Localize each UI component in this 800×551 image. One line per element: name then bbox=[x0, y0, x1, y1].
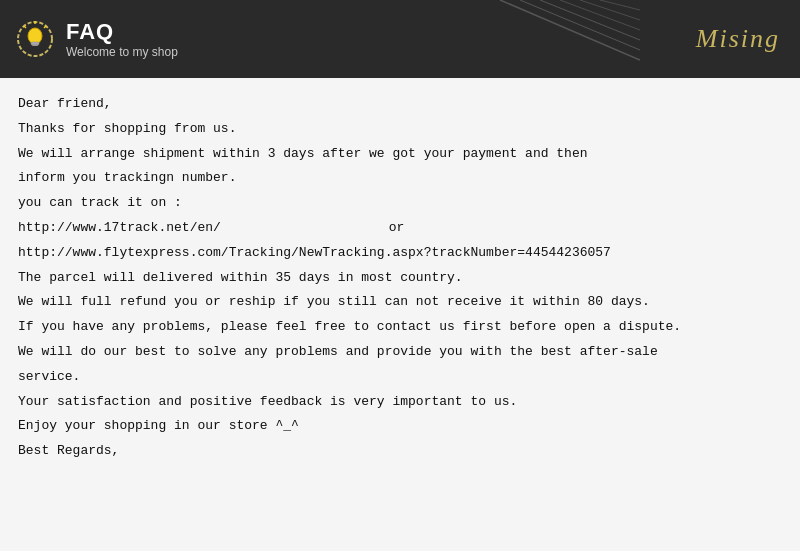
line-inform: inform you trackingn number. bbox=[18, 168, 782, 189]
header-left: FAQ Welcome to my shop bbox=[16, 19, 178, 59]
line-track-intro: you can track it on : bbox=[18, 193, 782, 214]
track-link-or: or bbox=[389, 220, 405, 235]
header: FAQ Welcome to my shop Mising bbox=[0, 0, 800, 78]
svg-line-7 bbox=[500, 0, 640, 60]
svg-line-6 bbox=[24, 26, 26, 28]
line-dear-friend: Dear friend, bbox=[18, 94, 782, 115]
header-decoration bbox=[440, 0, 640, 78]
header-text: FAQ Welcome to my shop bbox=[66, 19, 178, 59]
svg-line-10 bbox=[560, 0, 640, 30]
svg-line-11 bbox=[580, 0, 640, 20]
line-regards: Best Regards, bbox=[18, 441, 782, 462]
svg-line-5 bbox=[44, 26, 46, 28]
line-service: service. bbox=[18, 367, 782, 388]
bulb-icon bbox=[16, 20, 54, 58]
line-track-links: http://www.17track.net/en/ or bbox=[18, 218, 782, 239]
line-problems: If you have any problems, please feel fr… bbox=[18, 317, 782, 338]
line-shipment: We will arrange shipment within 3 days a… bbox=[18, 144, 782, 165]
brand-label: Mising bbox=[696, 24, 780, 54]
line-thanks: Thanks for shopping from us. bbox=[18, 119, 782, 140]
faq-title: FAQ bbox=[66, 19, 178, 45]
line-track-link2: http://www.flytexpress.com/Tracking/NewT… bbox=[18, 243, 782, 264]
line-enjoy: Enjoy your shopping in our store ^_^ bbox=[18, 416, 782, 437]
svg-point-1 bbox=[28, 28, 42, 44]
line-best1: We will do our best to solve any problem… bbox=[18, 342, 782, 363]
content-area: Dear friend, Thanks for shopping from us… bbox=[0, 78, 800, 551]
line-satisfaction: Your satisfaction and positive feedback … bbox=[18, 392, 782, 413]
faq-subtitle: Welcome to my shop bbox=[66, 45, 178, 59]
line-parcel: The parcel will delivered within 35 days… bbox=[18, 268, 782, 289]
line-refund: We will full refund you or reship if you… bbox=[18, 292, 782, 313]
track-link-1: http://www.17track.net/en/ bbox=[18, 220, 221, 235]
svg-rect-3 bbox=[32, 44, 38, 46]
